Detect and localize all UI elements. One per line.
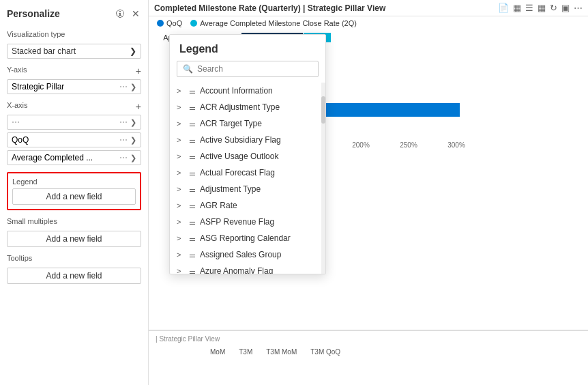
expand-arrow-icon: > [177,218,185,226]
x-label-2: 200% [337,141,385,149]
x-axis-row2-chevron-icon: ❯ [130,136,136,145]
x-axis-add-button[interactable]: + [136,101,141,112]
bottom-tab-mom[interactable]: MoM [210,348,225,356]
table-icon: ⚌ [189,201,196,210]
dropdown-item[interactable]: > ⚌ Adjustment Type [170,181,325,197]
panel-icon-group: 🛈 ✕ [114,7,141,20]
dropdown-search-box[interactable]: 🔍 [177,61,319,77]
y-axis-add-button[interactable]: + [136,66,141,76]
expand-arrow-icon: > [177,234,185,242]
dropdown-item[interactable]: > ⚌ ACR Adjustment Type [170,99,325,115]
table-icon: ⚌ [189,185,196,194]
x-axis-row-3[interactable]: Average Completed ... ⋯ ❯ [7,150,141,165]
legend-section: Legend Add a new field [7,172,141,210]
dropdown-item[interactable]: > ⚌ ASFP Revenue Flag [170,214,325,230]
dropdown-item[interactable]: > ⚌ ACR Target Type [170,115,325,132]
legend-add-field-button[interactable]: Add a new field [12,188,136,205]
x-axis-row3-dots-icon: ⋯ [119,153,128,162]
dropdown-item[interactable]: > ⚌ Assigned Sales Group [170,246,325,263]
viz-type-label: Visualization type [7,30,141,38]
right-area: Completed Milestone Rate (Quarterly) | S… [149,0,588,385]
bottom-tab-t3m[interactable]: T3M [239,348,252,356]
dropdown-item[interactable]: > ⚌ Azure Anomaly Flag [170,263,325,274]
small-multiples-add-field-button[interactable]: Add a new field [7,231,141,247]
x-axis-header: X-axis + [7,101,141,112]
expand-arrow-icon: > [177,267,185,274]
toolbar-undo-icon[interactable]: ↻ [550,3,557,13]
legend-label: Legend [12,177,136,186]
x-axis-row-2[interactable]: QoQ ⋯ ❯ [7,132,141,147]
chart-title: Completed Milestone Rate (Quarterly) | S… [154,3,385,13]
y-axis-value: Strategic Pillar [12,82,64,91]
search-input[interactable] [197,64,312,74]
legend-item-avg: Average Completed Milestone Close Rate (… [190,19,357,27]
toolbar-copy-icon[interactable]: ▦ [513,3,521,13]
toolbar-chart-icon[interactable]: ▦ [538,3,546,13]
search-icon: 🔍 [183,64,193,74]
x-axis-row1-more-icon: ⋯ [119,117,128,127]
table-icon: ⚌ [189,267,196,274]
chart-legend-row: QoQ Average Completed Milestone Close Ra… [149,16,588,30]
expand-arrow-icon: > [177,119,185,128]
dropdown-item[interactable]: > ⚌ Active Usage Outlook [170,148,325,165]
x-axis-row2-value: QoQ [12,135,29,145]
bottom-tab-t3mqoq[interactable]: T3M QoQ [310,348,340,356]
table-icon: ⚌ [189,218,196,227]
table-icon: ⚌ [189,103,196,112]
viz-type-dropdown[interactable]: Stacked bar chart ❯ [7,44,141,59]
expand-arrow-icon: > [177,169,185,177]
y-axis-dots-icon: ⋯ [119,82,128,91]
toolbar-expand-icon[interactable]: ▣ [561,3,570,13]
x-axis-row1-dots-icon: ⋯ [12,117,20,127]
y-axis-label: Y-axis [7,66,27,74]
personalize-panel: Personalize 🛈 ✕ Visualization type Stack… [0,0,149,385]
y-axis-chevron-icon: ❯ [130,83,136,91]
viz-type-chevron-icon: ❯ [130,46,136,56]
x-label-4: 300% [432,141,480,149]
dropdown-item[interactable]: > ⚌ AGR Rate [170,197,325,214]
x-axis-section: X-axis + ⋯ ⋯ ❯ QoQ ⋯ ❯ Average Completed… [7,101,141,165]
panel-close-icon[interactable]: ✕ [130,7,141,20]
dropdown-item[interactable]: > ⚌ Actual Forecast Flag [170,165,325,181]
bottom-tabs: MoM T3M T3M MoM T3M QoQ [156,348,581,356]
legend-dot-avg [190,20,197,27]
panel-title: Personalize [7,8,60,19]
bottom-tab-t3mmom[interactable]: T3M MoM [266,348,297,356]
table-icon: ⚌ [189,87,196,96]
dropdown-item[interactable]: > ⚌ Account Information [170,83,325,99]
dropdown-item[interactable]: > ⚌ Active Subsidiary Flag [170,132,325,148]
toolbar-filter-icon[interactable]: ☰ [525,3,533,13]
y-axis-section: Y-axis + Strategic Pillar ⋯ ❯ [7,66,141,94]
table-icon: ⚌ [189,169,196,177]
expand-arrow-icon: > [177,251,185,259]
toolbar-pointer-icon[interactable]: 📄 [498,3,509,13]
legend-label-qoq: QoQ [166,19,182,27]
bottom-chart-title: | Strategic Pillar View [156,335,581,343]
expand-arrow-icon: > [177,136,185,144]
bottom-area: | Strategic Pillar View MoM T3M T3M MoM … [149,330,588,385]
tooltips-add-field-button[interactable]: Add a new field [7,268,141,284]
chart-toolbar: Completed Milestone Rate (Quarterly) | S… [149,0,588,16]
small-multiples-label: Small multiples [7,217,141,225]
toolbar-icons: 📄 ▦ ☰ ▦ ↻ ▣ ⋯ [498,3,583,13]
tooltips-label: Tooltips [7,254,141,262]
x-label-3: 250% [385,141,432,149]
y-axis-header: Y-axis + [7,66,141,76]
table-icon: ⚌ [189,152,196,161]
x-axis-row3-chevron-icon: ❯ [130,154,136,162]
panel-info-icon[interactable]: 🛈 [114,7,126,20]
dropdown-item[interactable]: > ⚌ ASG Reporting Calendar [170,230,325,246]
viz-type-value: Stacked bar chart [12,46,76,56]
expand-arrow-icon: > [177,152,185,160]
x-axis-row2-dots-icon: ⋯ [119,135,128,145]
expand-arrow-icon: > [177,185,185,193]
panel-header: Personalize 🛈 ✕ [7,7,141,20]
dropdown-header: Legend [170,35,325,61]
toolbar-more-icon[interactable]: ⋯ [574,3,583,13]
y-axis-value-row[interactable]: Strategic Pillar ⋯ ❯ [7,79,141,94]
x-axis-row1-chevron-icon: ❯ [130,118,136,127]
tooltips-section: Tooltips Add a new field [7,254,141,284]
x-axis-row3-value: Average Completed ... [12,153,93,162]
x-axis-row-1[interactable]: ⋯ ⋯ ❯ [7,115,141,130]
expand-arrow-icon: > [177,87,185,95]
